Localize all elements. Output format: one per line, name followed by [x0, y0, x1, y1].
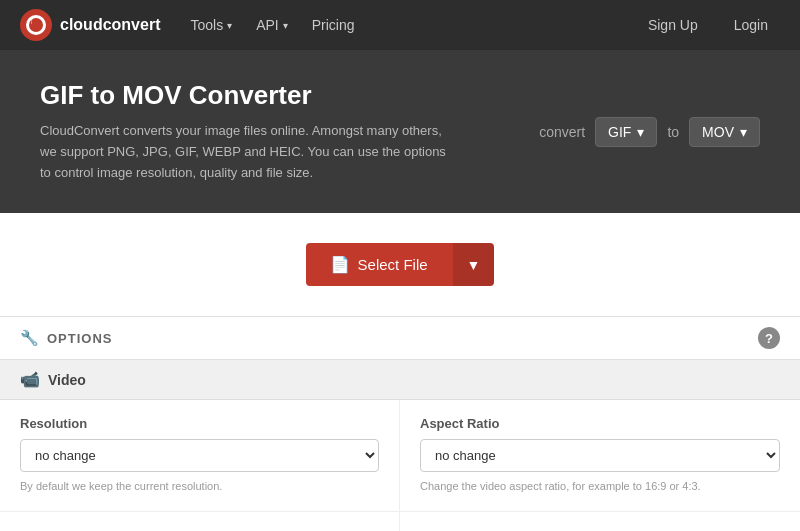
- to-format-select[interactable]: MOV ▾: [689, 117, 760, 147]
- video-section-header: 📹 Video: [0, 360, 800, 400]
- hero-section: GIF to MOV Converter CloudConvert conver…: [0, 50, 800, 213]
- login-button[interactable]: Login: [722, 12, 780, 38]
- option-crf: Constant Quality (CRF) 23 (normal qualit…: [0, 512, 400, 531]
- video-section-label: Video: [48, 372, 86, 388]
- aspect-ratio-select[interactable]: no change 4:3 16:9 21:9: [420, 439, 780, 472]
- wrench-icon: 🔧: [20, 329, 39, 347]
- options-header-left: 🔧 OPTIONS: [20, 329, 113, 347]
- video-camera-icon: 📹: [20, 370, 40, 389]
- convert-label: convert: [539, 124, 585, 140]
- select-file-button[interactable]: 📄 Select File: [306, 243, 452, 286]
- nav-item-tools[interactable]: Tools ▾: [180, 11, 242, 39]
- navbar: cloudconvert Tools ▾ API ▾ Pricing Sign …: [0, 0, 800, 50]
- options-grid: Resolution no change 360p 480p 720p 1080…: [0, 400, 800, 531]
- chevron-down-icon: ▼: [467, 257, 481, 273]
- aspect-ratio-label: Aspect Ratio: [420, 416, 780, 431]
- logo-text: cloudconvert: [60, 16, 160, 34]
- hero-description: CloudConvert converts your image files o…: [40, 121, 460, 183]
- nav-item-api[interactable]: API ▾: [246, 11, 298, 39]
- resolution-select[interactable]: no change 360p 480p 720p 1080p: [20, 439, 379, 472]
- hero-text: GIF to MOV Converter CloudConvert conver…: [40, 80, 460, 183]
- logo[interactable]: cloudconvert: [20, 9, 160, 41]
- page-title: GIF to MOV Converter: [40, 80, 460, 111]
- converter-controls: convert GIF ▾ to MOV ▾: [539, 117, 760, 147]
- option-resolution: Resolution no change 360p 480p 720p 1080…: [0, 400, 400, 512]
- resolution-label: Resolution: [20, 416, 379, 431]
- option-video-codec: Video Codec x264 x265 copy vp9 Codec to …: [400, 512, 800, 531]
- chevron-down-icon: ▾: [740, 124, 747, 140]
- select-file-area: 📄 Select File ▼: [0, 213, 800, 316]
- aspect-ratio-hint: Change the video aspect ratio, for examp…: [420, 478, 780, 495]
- help-button[interactable]: ?: [758, 327, 780, 349]
- chevron-down-icon: ▾: [227, 20, 232, 31]
- chevron-down-icon: ▾: [637, 124, 644, 140]
- option-aspect-ratio: Aspect Ratio no change 4:3 16:9 21:9 Cha…: [400, 400, 800, 512]
- select-file-dropdown-button[interactable]: ▼: [452, 243, 495, 286]
- file-icon: 📄: [330, 255, 350, 274]
- resolution-hint: By default we keep the current resolutio…: [20, 478, 379, 495]
- navbar-left: cloudconvert Tools ▾ API ▾ Pricing: [20, 9, 365, 41]
- main-content: 📄 Select File ▼ 🔧 OPTIONS ? 📹 Video Reso…: [0, 213, 800, 531]
- to-label: to: [667, 124, 679, 140]
- options-title: OPTIONS: [47, 331, 113, 346]
- nav-links: Tools ▾ API ▾ Pricing: [180, 11, 364, 39]
- nav-item-pricing[interactable]: Pricing: [302, 11, 365, 39]
- navbar-right: Sign Up Login: [636, 12, 780, 38]
- logo-icon: [20, 9, 52, 41]
- from-format-select[interactable]: GIF ▾: [595, 117, 657, 147]
- signup-button[interactable]: Sign Up: [636, 12, 710, 38]
- chevron-down-icon: ▾: [283, 20, 288, 31]
- options-header: 🔧 OPTIONS ?: [0, 316, 800, 360]
